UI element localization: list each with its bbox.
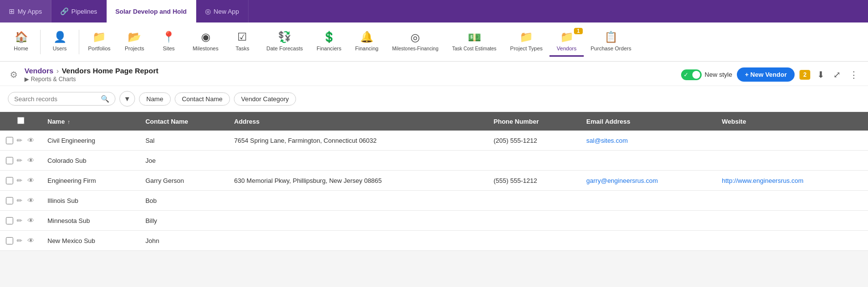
select-all-checkbox[interactable]	[17, 117, 24, 124]
new-vendor-button[interactable]: + New Vendor	[737, 67, 795, 82]
row-email[interactable]: sal@sites.com	[580, 131, 716, 151]
view-row-button[interactable]: 👁	[26, 155, 36, 165]
email-link[interactable]: garry@engineersrus.com	[586, 177, 658, 184]
new-style-toggle[interactable]: ✓	[681, 69, 702, 80]
filter-chip-vendor-category[interactable]: Vendor Category	[234, 92, 297, 106]
row-check-cell: ✏ 👁	[0, 231, 42, 251]
iconbar-users[interactable]: 👤 Users	[43, 27, 77, 57]
view-row-button[interactable]: 👁	[26, 196, 36, 205]
nav-new-app[interactable]: ◎ New App	[196, 0, 249, 22]
nav-solar-label: Solar Develop and Hold	[115, 8, 187, 15]
vendors-icon: 📁	[560, 31, 573, 44]
th-contact-name[interactable]: Contact Name	[139, 112, 228, 131]
iconbar-date-forecasts-label: Date Forecasts	[266, 45, 303, 51]
row-checkbox[interactable]	[6, 157, 13, 164]
iconbar-purchase-orders[interactable]: 📋 Purchase Orders	[584, 27, 638, 57]
th-website[interactable]: Website	[716, 112, 868, 131]
search-button[interactable]: 🔍	[99, 95, 109, 103]
row-checkbox[interactable]	[6, 137, 13, 144]
divider-1	[40, 30, 41, 54]
iconbar-financiers[interactable]: 💲 Financiers	[310, 27, 348, 57]
row-checkbox[interactable]	[6, 237, 13, 244]
edit-row-button[interactable]: ✏	[15, 176, 24, 185]
view-row-button[interactable]: 👁	[26, 236, 36, 245]
settings-icon[interactable]: ⚙	[8, 67, 20, 82]
iconbar-project-types[interactable]: 📁 Project Types	[503, 27, 549, 57]
breadcrumb: Vendors › Vendors Home Page Report	[24, 66, 159, 75]
iconbar-sites[interactable]: 📍 Sites	[152, 27, 186, 57]
row-checkbox[interactable]	[6, 177, 13, 184]
header-badge: 2	[799, 70, 810, 80]
nav-pipelines-label: Pipelines	[71, 8, 97, 15]
row-email	[580, 231, 716, 251]
row-phone	[488, 191, 581, 211]
filter-chip-contact-name[interactable]: Contact Name	[175, 92, 230, 106]
view-row-button[interactable]: 👁	[26, 135, 36, 145]
divider-2	[79, 30, 79, 54]
row-checkbox[interactable]	[6, 217, 13, 224]
filter-button[interactable]: ▼	[119, 91, 135, 107]
edit-row-button[interactable]: ✏	[15, 216, 24, 225]
search-input[interactable]	[14, 95, 99, 103]
iconbar-tasks[interactable]: ☑ Tasks	[225, 27, 259, 57]
row-actions: ✏ 👁	[6, 135, 36, 145]
th-email-label: Email Address	[586, 118, 630, 125]
nav-my-apps[interactable]: ⊞ My Apps	[0, 0, 51, 22]
iconbar-projects[interactable]: 📂 Projects	[117, 27, 152, 57]
row-phone: (555) 555-1212	[488, 171, 581, 191]
table-row: ✏ 👁 Minnesota Sub Billy	[0, 211, 868, 231]
edit-row-button[interactable]: ✏	[15, 196, 24, 205]
breadcrumb-vendors-link[interactable]: Vendors	[24, 66, 53, 75]
th-email[interactable]: Email Address	[580, 112, 716, 131]
iconbar-portfolios[interactable]: 📁 Portfolios	[81, 27, 117, 57]
subbreadcrumb[interactable]: ▶ Reports & Charts	[24, 76, 159, 83]
sort-arrow-name: ↑	[68, 119, 70, 125]
edit-row-button[interactable]: ✏	[15, 155, 24, 165]
row-checkbox[interactable]	[6, 197, 13, 204]
edit-row-button[interactable]: ✏	[15, 135, 24, 145]
expand-button[interactable]: ⤢	[831, 67, 843, 82]
row-phone	[488, 231, 581, 251]
row-address: 630 Memorial Pkwy, Phillipsburg, New Jer…	[228, 171, 488, 191]
iconbar-milestones-financing[interactable]: ◎ Milestones-Financing	[385, 27, 445, 57]
row-website[interactable]: http://www.engineersrus.com	[716, 171, 868, 191]
select-all-header	[0, 112, 42, 131]
nav-pipelines[interactable]: 🔗 Pipelines	[51, 0, 107, 22]
top-nav: ⊞ My Apps 🔗 Pipelines Solar Develop and …	[0, 0, 868, 22]
subbreadcrumb-label: Reports & Charts	[31, 76, 76, 83]
row-name: Minnesota Sub	[42, 211, 139, 231]
iconbar-financing[interactable]: 🔔 Financing	[348, 27, 386, 57]
view-row-button[interactable]: 👁	[26, 176, 36, 185]
th-address[interactable]: Address	[228, 112, 488, 131]
iconbar-users-label: Users	[53, 45, 67, 51]
row-website	[716, 211, 868, 231]
row-contact: Bob	[139, 191, 228, 211]
iconbar-date-forecasts[interactable]: 💱 Date Forecasts	[259, 27, 310, 57]
th-name-label: Name	[47, 118, 65, 125]
edit-row-button[interactable]: ✏	[15, 236, 24, 245]
iconbar-task-cost-label: Task Cost Estimates	[452, 46, 497, 51]
view-row-button[interactable]: 👁	[26, 216, 36, 225]
nav-solar-develop[interactable]: Solar Develop and Hold	[107, 0, 196, 22]
more-options-button[interactable]: ⋮	[847, 67, 860, 82]
th-website-label: Website	[722, 118, 746, 125]
table-row: ✏ 👁 Engineering Firm Garry Gerson 630 Me…	[0, 171, 868, 191]
nav-my-apps-label: My Apps	[18, 8, 42, 15]
filter-bar: 🔍 ▼ Name Contact Name Vendor Category	[0, 86, 868, 112]
th-phone[interactable]: Phone Number	[488, 112, 581, 131]
iconbar-sites-label: Sites	[163, 45, 175, 51]
iconbar-home[interactable]: 🏠 Home	[4, 27, 38, 57]
milestones-icon: ◉	[201, 31, 210, 44]
website-link[interactable]: http://www.engineersrus.com	[722, 177, 803, 184]
email-link[interactable]: sal@sites.com	[586, 137, 628, 144]
row-phone	[488, 211, 581, 231]
download-button[interactable]: ⬇	[815, 67, 826, 82]
iconbar-milestones[interactable]: ◉ Milestones	[186, 27, 226, 57]
iconbar-task-cost[interactable]: 💵 Task Cost Estimates	[445, 27, 503, 57]
filter-chip-name[interactable]: Name	[139, 92, 171, 106]
row-actions: ✏ 👁	[6, 236, 36, 245]
th-name[interactable]: Name ↑	[42, 112, 139, 131]
row-email[interactable]: garry@engineersrus.com	[580, 171, 716, 191]
iconbar-purchase-orders-label: Purchase Orders	[591, 45, 631, 51]
row-actions: ✏ 👁	[6, 176, 36, 185]
